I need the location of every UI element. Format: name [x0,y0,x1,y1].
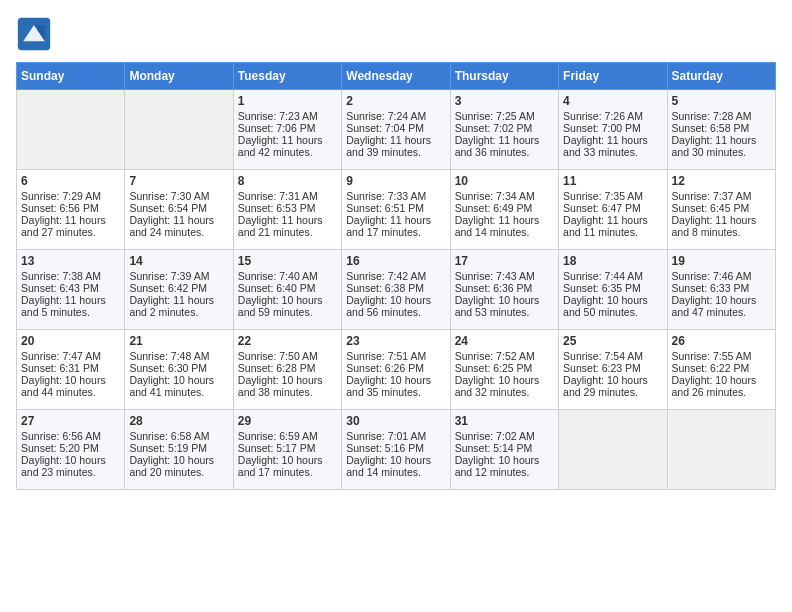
page-header [16,16,776,52]
calendar-cell: 14Sunrise: 7:39 AMSunset: 6:42 PMDayligh… [125,250,233,330]
sunset-text: Sunset: 6:56 PM [21,202,120,214]
calendar-cell: 13Sunrise: 7:38 AMSunset: 6:43 PMDayligh… [17,250,125,330]
calendar-cell: 30Sunrise: 7:01 AMSunset: 5:16 PMDayligh… [342,410,450,490]
sunrise-text: Sunrise: 7:25 AM [455,110,554,122]
calendar-cell: 25Sunrise: 7:54 AMSunset: 6:23 PMDayligh… [559,330,667,410]
day-number: 20 [21,334,120,348]
sunrise-text: Sunrise: 6:58 AM [129,430,228,442]
daylight-text: Daylight: 11 hours and 27 minutes. [21,214,120,238]
sunset-text: Sunset: 7:00 PM [563,122,662,134]
sunset-text: Sunset: 5:14 PM [455,442,554,454]
sunset-text: Sunset: 6:28 PM [238,362,337,374]
calendar-header-row: SundayMondayTuesdayWednesdayThursdayFrid… [17,63,776,90]
calendar-cell: 12Sunrise: 7:37 AMSunset: 6:45 PMDayligh… [667,170,775,250]
sunrise-text: Sunrise: 7:40 AM [238,270,337,282]
calendar-cell: 31Sunrise: 7:02 AMSunset: 5:14 PMDayligh… [450,410,558,490]
logo-icon [16,16,52,52]
daylight-text: Daylight: 10 hours and 17 minutes. [238,454,337,478]
sunset-text: Sunset: 6:58 PM [672,122,771,134]
sunset-text: Sunset: 6:30 PM [129,362,228,374]
day-header-saturday: Saturday [667,63,775,90]
sunrise-text: Sunrise: 7:31 AM [238,190,337,202]
day-number: 9 [346,174,445,188]
daylight-text: Daylight: 11 hours and 42 minutes. [238,134,337,158]
sunrise-text: Sunrise: 7:26 AM [563,110,662,122]
daylight-text: Daylight: 11 hours and 5 minutes. [21,294,120,318]
day-number: 19 [672,254,771,268]
daylight-text: Daylight: 10 hours and 12 minutes. [455,454,554,478]
day-number: 28 [129,414,228,428]
sunrise-text: Sunrise: 6:59 AM [238,430,337,442]
day-number: 21 [129,334,228,348]
sunrise-text: Sunrise: 7:52 AM [455,350,554,362]
day-header-sunday: Sunday [17,63,125,90]
calendar-cell: 19Sunrise: 7:46 AMSunset: 6:33 PMDayligh… [667,250,775,330]
sunrise-text: Sunrise: 7:39 AM [129,270,228,282]
day-number: 8 [238,174,337,188]
calendar-week-row: 27Sunrise: 6:56 AMSunset: 5:20 PMDayligh… [17,410,776,490]
daylight-text: Daylight: 11 hours and 11 minutes. [563,214,662,238]
calendar-cell: 23Sunrise: 7:51 AMSunset: 6:26 PMDayligh… [342,330,450,410]
sunset-text: Sunset: 6:35 PM [563,282,662,294]
calendar-cell: 18Sunrise: 7:44 AMSunset: 6:35 PMDayligh… [559,250,667,330]
daylight-text: Daylight: 11 hours and 8 minutes. [672,214,771,238]
sunset-text: Sunset: 5:17 PM [238,442,337,454]
sunset-text: Sunset: 7:06 PM [238,122,337,134]
calendar-cell: 24Sunrise: 7:52 AMSunset: 6:25 PMDayligh… [450,330,558,410]
sunset-text: Sunset: 6:53 PM [238,202,337,214]
day-number: 13 [21,254,120,268]
day-header-tuesday: Tuesday [233,63,341,90]
sunset-text: Sunset: 6:38 PM [346,282,445,294]
sunset-text: Sunset: 6:36 PM [455,282,554,294]
calendar-cell: 9Sunrise: 7:33 AMSunset: 6:51 PMDaylight… [342,170,450,250]
day-number: 6 [21,174,120,188]
sunset-text: Sunset: 5:20 PM [21,442,120,454]
calendar-cell: 6Sunrise: 7:29 AMSunset: 6:56 PMDaylight… [17,170,125,250]
sunset-text: Sunset: 6:45 PM [672,202,771,214]
sunset-text: Sunset: 6:42 PM [129,282,228,294]
calendar-cell: 16Sunrise: 7:42 AMSunset: 6:38 PMDayligh… [342,250,450,330]
sunrise-text: Sunrise: 7:46 AM [672,270,771,282]
day-number: 4 [563,94,662,108]
sunrise-text: Sunrise: 7:47 AM [21,350,120,362]
day-number: 12 [672,174,771,188]
daylight-text: Daylight: 10 hours and 44 minutes. [21,374,120,398]
calendar-cell: 3Sunrise: 7:25 AMSunset: 7:02 PMDaylight… [450,90,558,170]
day-number: 11 [563,174,662,188]
daylight-text: Daylight: 10 hours and 32 minutes. [455,374,554,398]
day-number: 29 [238,414,337,428]
day-number: 24 [455,334,554,348]
sunset-text: Sunset: 6:47 PM [563,202,662,214]
sunset-text: Sunset: 6:54 PM [129,202,228,214]
daylight-text: Daylight: 10 hours and 59 minutes. [238,294,337,318]
daylight-text: Daylight: 11 hours and 2 minutes. [129,294,228,318]
calendar-table: SundayMondayTuesdayWednesdayThursdayFrid… [16,62,776,490]
day-number: 14 [129,254,228,268]
calendar-week-row: 13Sunrise: 7:38 AMSunset: 6:43 PMDayligh… [17,250,776,330]
day-number: 23 [346,334,445,348]
daylight-text: Daylight: 10 hours and 47 minutes. [672,294,771,318]
calendar-cell [559,410,667,490]
sunrise-text: Sunrise: 7:28 AM [672,110,771,122]
sunrise-text: Sunrise: 7:01 AM [346,430,445,442]
daylight-text: Daylight: 10 hours and 53 minutes. [455,294,554,318]
sunrise-text: Sunrise: 7:42 AM [346,270,445,282]
day-number: 1 [238,94,337,108]
sunset-text: Sunset: 6:25 PM [455,362,554,374]
calendar-cell: 29Sunrise: 6:59 AMSunset: 5:17 PMDayligh… [233,410,341,490]
sunrise-text: Sunrise: 7:50 AM [238,350,337,362]
sunrise-text: Sunrise: 6:56 AM [21,430,120,442]
calendar-cell: 20Sunrise: 7:47 AMSunset: 6:31 PMDayligh… [17,330,125,410]
daylight-text: Daylight: 11 hours and 14 minutes. [455,214,554,238]
day-header-wednesday: Wednesday [342,63,450,90]
sunset-text: Sunset: 5:16 PM [346,442,445,454]
calendar-cell: 27Sunrise: 6:56 AMSunset: 5:20 PMDayligh… [17,410,125,490]
sunrise-text: Sunrise: 7:38 AM [21,270,120,282]
sunrise-text: Sunrise: 7:54 AM [563,350,662,362]
daylight-text: Daylight: 10 hours and 26 minutes. [672,374,771,398]
day-number: 26 [672,334,771,348]
calendar-cell: 11Sunrise: 7:35 AMSunset: 6:47 PMDayligh… [559,170,667,250]
daylight-text: Daylight: 11 hours and 21 minutes. [238,214,337,238]
daylight-text: Daylight: 10 hours and 50 minutes. [563,294,662,318]
daylight-text: Daylight: 11 hours and 17 minutes. [346,214,445,238]
